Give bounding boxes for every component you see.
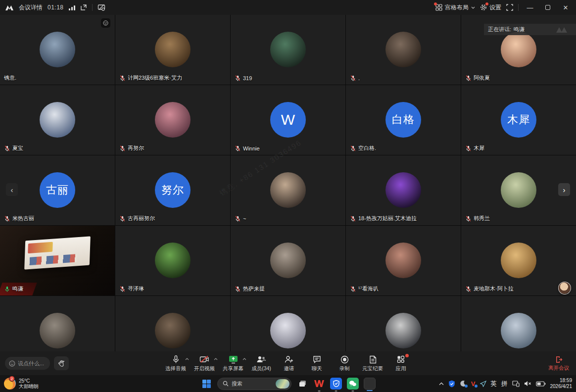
reaction-emoji-badge [101, 18, 110, 28]
mic-muted-icon [235, 215, 241, 222]
maximize-button[interactable] [541, 2, 554, 13]
participant-tile[interactable]: ¹⁷看海叭 [346, 226, 461, 295]
participant-tile[interactable]: 计网23级6班塞米·艾力 [115, 15, 230, 85]
active-window-button[interactable] [364, 378, 376, 390]
mic-muted-icon [465, 145, 472, 152]
participant-tile[interactable] [0, 296, 115, 351]
wechat-app-icon[interactable] [347, 378, 359, 390]
settings-button[interactable]: 设置 [480, 3, 501, 12]
input-lang-english[interactable]: 英 [491, 380, 497, 388]
search-highlight-image[interactable] [276, 379, 289, 389]
participant-name: ¹⁷看海叭 [358, 285, 379, 293]
grid-layout-icon [435, 4, 442, 11]
tray-shield-icon[interactable] [448, 380, 455, 388]
input-method-pinyin[interactable]: 拼 [501, 380, 508, 388]
quick-chat-input[interactable]: 说点什么... [5, 357, 50, 370]
participant-tile[interactable]: 夏宝 [0, 85, 115, 155]
mic-muted-icon [350, 75, 356, 82]
toolbar-chat-button[interactable]: 聊天 [307, 355, 327, 372]
participant-tile[interactable] [346, 296, 461, 351]
leave-meeting-button[interactable]: 离开会议 [548, 355, 569, 372]
photo-avatar [501, 243, 536, 278]
fullscreen-button[interactable] [506, 4, 513, 11]
participant-tile[interactable]: 再努尔 [115, 85, 230, 155]
participant-tile[interactable]: WWinnie [231, 85, 345, 155]
layout-switch-button[interactable]: 宫格布局 [435, 3, 475, 12]
speaking-name: 鸣谦 [514, 26, 525, 33]
raise-hand-button[interactable] [54, 356, 69, 370]
chevron-up-icon[interactable] [185, 358, 189, 360]
mic-muted-icon [465, 215, 472, 222]
record-icon [340, 355, 349, 364]
minutes-icon [369, 355, 377, 364]
participant-tile[interactable]: 319 [231, 15, 345, 85]
participant-tile[interactable]: 镌意. [0, 15, 115, 85]
minimize-button[interactable]: — [524, 2, 536, 13]
participant-name-row: 鸣谦 [4, 285, 23, 293]
leave-icon [555, 355, 563, 364]
tray-plane-icon[interactable] [480, 381, 486, 387]
tray-expand-chevron[interactable] [439, 382, 444, 386]
popout-icon[interactable] [80, 4, 87, 11]
taskbar-weather-widget[interactable]: 2 25°C 大部晴朗 [4, 378, 39, 390]
participant-tile[interactable]: 热萨来提 [231, 226, 345, 295]
mic-muted-icon [235, 75, 241, 82]
toolbar-record-button[interactable]: 录制 [335, 355, 354, 372]
previous-page-button[interactable]: ‹ [6, 183, 18, 196]
participant-tile[interactable] [461, 296, 576, 351]
toolbar-members-button[interactable]: 成员(34) [251, 355, 271, 372]
task-view-button[interactable] [296, 378, 308, 390]
tray-v-app-icon[interactable]: V [471, 380, 476, 388]
toolbar-apps-button[interactable]: 应用 [391, 355, 411, 372]
audio-select-icon [172, 355, 180, 364]
toolbar-invite-button[interactable]: 邀请 [279, 355, 299, 372]
search-placeholder: 搜索 [232, 380, 242, 388]
participant-tile[interactable]: 木犀木犀 [461, 85, 576, 155]
toolbar-share-screen-button[interactable]: 共享屏幕 [223, 355, 243, 372]
meeting-details-menu[interactable]: 会议详情 [19, 3, 43, 12]
participant-tile[interactable]: 白格空白格. [346, 85, 461, 155]
toolbar-minutes-button[interactable]: 元宝纪要 [362, 355, 383, 372]
participant-tile[interactable] [115, 296, 230, 351]
participant-name: 麦地那木·阿卜拉 [474, 285, 514, 293]
photo-avatar [40, 32, 75, 67]
security-app-icon[interactable] [330, 378, 342, 390]
chevron-up-icon[interactable] [214, 358, 218, 360]
photo-avatar [155, 102, 191, 138]
taskbar-clock[interactable]: 18:59 2026/4/21 [550, 378, 573, 390]
next-page-button[interactable]: › [558, 183, 570, 196]
participant-name: 热萨来提 [243, 285, 265, 293]
participant-name-row: 阿依夏 [465, 74, 490, 82]
participant-name: 18-热孜万姑丽.艾木迪拉 [358, 215, 417, 222]
participant-tile[interactable]: 努尔古再丽努尔 [115, 155, 230, 225]
photo-avatar [270, 172, 306, 208]
participant-name-row: 再努尔 [119, 145, 144, 152]
mic-active-icon [4, 286, 10, 293]
participant-tile[interactable]: 鸣谦 [0, 226, 115, 295]
divider [518, 4, 519, 11]
toolbar-camera-off-button[interactable]: 开启视频 [194, 355, 215, 372]
photo-avatar [155, 32, 191, 67]
close-button[interactable]: ✕ [559, 2, 572, 13]
floating-self-avatar[interactable] [558, 282, 571, 294]
participant-tile[interactable]: 18-热孜万姑丽.艾木迪拉 [346, 155, 461, 225]
meeting-window: 会议详情 01:18 宫格布局 [0, 0, 576, 375]
toolbar-audio-select-button[interactable]: 选择音频 [165, 355, 186, 372]
participant-tile[interactable]: 寻泽琳 [115, 226, 230, 295]
participant-name-row: 木犀 [465, 145, 484, 152]
volume-muted-icon[interactable] [524, 381, 531, 387]
quick-chat-placeholder: 说点什么... [18, 360, 44, 367]
chevron-up-icon[interactable] [242, 358, 246, 360]
participant-tile[interactable] [231, 296, 345, 351]
screen-record-off-icon[interactable] [97, 4, 105, 11]
device-cast-icon[interactable] [512, 381, 520, 387]
participant-name-row: 镌意. [4, 74, 16, 82]
participant-name-row: 热萨来提 [235, 285, 265, 293]
tray-moon-icon[interactable] [460, 380, 467, 387]
start-button[interactable] [200, 378, 212, 390]
wps-app-icon[interactable] [313, 378, 325, 390]
taskbar-search-box[interactable]: 搜索 [217, 378, 291, 390]
participant-tile[interactable]: . [346, 15, 461, 85]
participant-tile[interactable]: ~ [231, 155, 345, 225]
battery-icon[interactable] [536, 381, 546, 387]
